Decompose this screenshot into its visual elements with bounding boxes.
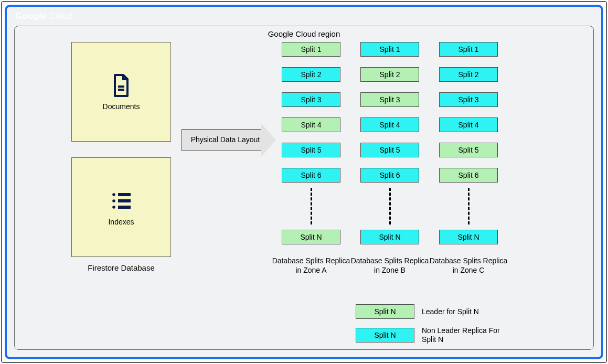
zone-c-column: Split 1Split 2Split 3Split 4Split 5Split… — [434, 42, 503, 275]
arrow-head-icon — [261, 123, 276, 157]
split-box: Split 6 — [282, 168, 340, 183]
split-box: Split 5 — [282, 143, 340, 157]
ellipsis-connector — [468, 188, 470, 224]
split-box: Split 4 — [360, 117, 419, 132]
split-box: Split N — [439, 230, 498, 244]
svg-point-3 — [112, 199, 115, 202]
split-box: Split 6 — [360, 168, 419, 183]
documents-box: Documents — [71, 42, 171, 142]
split-box: Split 3 — [439, 92, 498, 107]
region-panel: Google Cloud region Documents — [14, 26, 594, 350]
split-box: Split 2 — [439, 67, 498, 82]
region-title: Google Cloud region — [15, 29, 593, 38]
brand-rest: Cloud — [47, 11, 73, 21]
indexes-label: Indexes — [108, 218, 134, 226]
zone-a-column: Split 1Split 2Split 3Split 4Split 5Split… — [277, 42, 345, 275]
legend-replica-text: Non Leader Replica For Split N — [422, 326, 511, 344]
legend-leader-text: Leader for Split N — [422, 307, 511, 316]
svg-point-2 — [112, 193, 115, 196]
google-cloud-frame: Google Cloud Google Cloud region Documen… — [5, 5, 603, 359]
split-box: Split N — [360, 230, 419, 244]
ellipsis-connector — [389, 188, 391, 224]
split-box: Split 1 — [439, 42, 498, 57]
zone-caption: Database Splits Replica in Zone A — [272, 256, 350, 275]
split-box: Split 2 — [360, 67, 419, 82]
zone-b-column: Split 1Split 2Split 3Split 4Split 5Split… — [356, 42, 424, 275]
legend-replica-row: Split N Non Leader Replica For Split N — [356, 326, 511, 344]
brand-bold: Google — [15, 11, 47, 21]
svg-rect-7 — [118, 206, 131, 209]
google-cloud-title: Google Cloud — [15, 11, 73, 22]
legend-replica-swatch: Split N — [356, 328, 414, 342]
zone-caption: Database Splits Replica in Zone B — [350, 256, 429, 275]
legend-leader-row: Split N Leader for Split N — [356, 304, 511, 319]
svg-rect-5 — [118, 193, 131, 196]
arrow-label: Physical Data Layout — [182, 129, 261, 151]
split-box: Split 3 — [282, 92, 340, 107]
documents-label: Documents — [103, 102, 140, 111]
physical-data-layout-arrow: Physical Data Layout — [182, 127, 276, 153]
split-box: Split 3 — [360, 92, 419, 107]
zone-caption: Database Splits Replica in Zone C — [429, 256, 508, 275]
document-icon — [109, 73, 134, 98]
split-box: Split 5 — [439, 143, 498, 157]
split-box: Split 4 — [439, 117, 498, 132]
list-icon — [109, 188, 134, 213]
split-box: Split 5 — [360, 143, 419, 157]
indexes-box: Indexes — [71, 157, 171, 257]
split-box: Split 2 — [282, 67, 340, 82]
split-box: Split 6 — [439, 168, 498, 183]
split-box: Split N — [282, 230, 340, 244]
svg-point-4 — [112, 206, 115, 209]
firestore-db-caption: Firestore Database — [71, 263, 171, 272]
viewport: Google Cloud Google Cloud region Documen… — [1, 1, 607, 363]
legend: Split N Leader for Split N Split N Non L… — [356, 304, 511, 344]
split-box: Split 1 — [282, 42, 340, 57]
split-box: Split 1 — [360, 42, 419, 57]
ellipsis-connector — [311, 188, 312, 224]
split-box: Split 4 — [282, 117, 340, 132]
legend-leader-swatch: Split N — [356, 304, 414, 319]
svg-rect-6 — [118, 199, 131, 202]
